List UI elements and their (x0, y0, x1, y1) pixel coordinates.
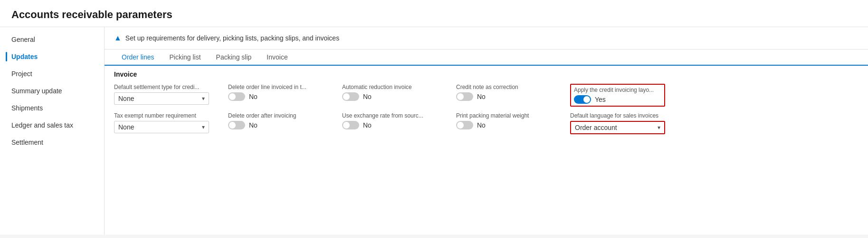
use-exchange-rate-toggle[interactable] (342, 121, 359, 129)
tab-bar: Order lines Picking list Packing slip In… (105, 50, 868, 66)
page-header: Accounts receivable parameters (0, 0, 868, 27)
credit-note-correction-toggle[interactable] (456, 92, 473, 101)
field-apply-credit-invoicing: Apply the credit invoicing layo... Yes (570, 84, 665, 107)
invoice-section-title: Invoice (114, 70, 137, 78)
apply-credit-invoicing-toggle[interactable] (574, 95, 591, 104)
apply-credit-invoicing-highlight: Apply the credit invoicing layo... Yes (570, 84, 665, 107)
tab-packing-slip[interactable]: Packing slip (209, 50, 259, 66)
field-print-packing-material: Print packing material weight No (456, 112, 551, 129)
delete-order-after-toggle-field: No (228, 121, 323, 129)
invoice-row-1: Default settlement type for credi... Non… (105, 80, 868, 110)
print-packing-material-toggle-field: No (456, 121, 551, 129)
sidebar-item-ledger-sales-tax[interactable]: Ledger and sales tax (0, 117, 104, 134)
sidebar: General Updates Project Summary update S… (0, 27, 105, 235)
tab-invoice[interactable]: Invoice (259, 50, 295, 66)
sidebar-item-settlement[interactable]: Settlement (0, 134, 104, 151)
tab-picking-list[interactable]: Picking list (162, 50, 208, 66)
field-tax-exempt-number: Tax exempt number requirement None ▾ (114, 112, 209, 133)
sidebar-item-shipments[interactable]: Shipments (0, 99, 104, 117)
page-title: Accounts receivable parameters (11, 9, 857, 21)
field-delete-order-after-invoicing: Delete order after invoicing No (228, 112, 323, 129)
apply-credit-invoicing-toggle-field: Yes (574, 95, 661, 104)
invoice-row-2: Tax exempt number requirement None ▾ Del… (105, 110, 868, 138)
tax-exempt-select[interactable]: None ▾ (114, 121, 209, 133)
delete-order-line-toggle[interactable] (228, 92, 245, 101)
field-delete-order-line: Delete order line invoiced in t... No (228, 84, 323, 101)
delete-order-line-toggle-field: No (228, 92, 323, 101)
invoice-section: Invoice Default settlement type for cred… (105, 66, 868, 144)
main-content: ▲ Set up requirements for delivery, pick… (105, 27, 868, 235)
automatic-reduction-toggle-field: No (342, 92, 437, 101)
default-language-select[interactable]: Order account ▾ (570, 121, 665, 134)
field-default-language-sales-invoices: Default language for sales invoices Orde… (570, 112, 665, 134)
field-automatic-reduction: Automatic reduction invoice No (342, 84, 437, 101)
field-use-exchange-rate: Use exchange rate from sourc... No (342, 112, 437, 129)
automatic-reduction-toggle[interactable] (342, 92, 359, 101)
use-exchange-rate-toggle-field: No (342, 121, 437, 129)
delete-order-after-toggle[interactable] (228, 121, 245, 129)
field-credit-note-correction: Credit note as correction No (456, 84, 551, 101)
tab-order-lines[interactable]: Order lines (114, 50, 162, 66)
field-default-settlement-type: Default settlement type for credi... Non… (114, 84, 209, 105)
print-packing-material-toggle[interactable] (456, 121, 473, 129)
chevron-down-icon: ▾ (202, 95, 205, 102)
chevron-down-icon: ▾ (658, 124, 660, 131)
settlement-type-select[interactable]: None ▾ (114, 92, 209, 105)
chevron-down-icon: ▾ (202, 124, 205, 130)
collapse-icon[interactable]: ▲ (114, 34, 122, 42)
sidebar-item-general[interactable]: General (0, 31, 104, 48)
section-header-text: Set up requirements for delivery, pickin… (125, 34, 339, 42)
section-header: ▲ Set up requirements for delivery, pick… (105, 27, 868, 50)
sidebar-item-project[interactable]: Project (0, 65, 104, 82)
credit-note-correction-toggle-field: No (456, 92, 551, 101)
sidebar-item-summary-update[interactable]: Summary update (0, 82, 104, 99)
sidebar-item-updates[interactable]: Updates (0, 48, 104, 65)
